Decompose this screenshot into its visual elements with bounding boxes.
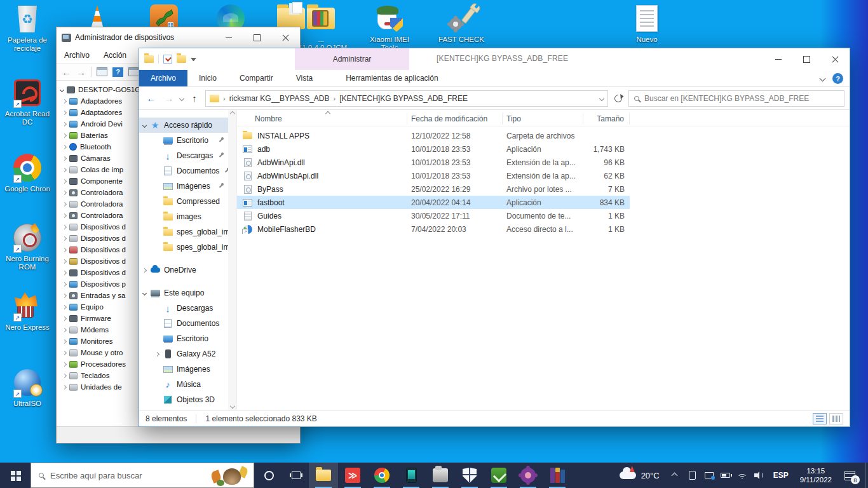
column-header-fecha[interactable]: Fecha de modificación <box>407 113 503 125</box>
search-highlight-image[interactable] <box>212 466 247 486</box>
expander-icon[interactable] <box>142 290 147 295</box>
expander-icon[interactable] <box>62 224 67 229</box>
taskbar-idm[interactable] <box>484 463 513 488</box>
expander-icon[interactable] <box>62 236 67 240</box>
tab-vista[interactable]: Vista <box>285 70 324 86</box>
taskbar-explorer[interactable] <box>309 463 338 488</box>
minimize-button[interactable] <box>214 27 243 48</box>
sidebar-scrollbar[interactable] <box>228 110 236 410</box>
taskbar-search[interactable]: Escribe aquí para buscar <box>31 463 254 488</box>
expander-icon[interactable] <box>62 304 67 309</box>
sidebar-item[interactable]: Escritorio <box>139 331 228 346</box>
task-view-button[interactable] <box>283 471 309 479</box>
sidebar-item[interactable]: Imágenes <box>139 179 228 194</box>
expander-icon[interactable] <box>62 133 67 137</box>
device-manager-titlebar[interactable]: Administrador de dispositivos <box>57 27 300 48</box>
tab-archivo[interactable]: Archivo <box>139 70 187 86</box>
refresh-icon[interactable] <box>613 93 624 104</box>
menu-archivo[interactable]: Archivo <box>64 51 90 60</box>
explorer-titlebar[interactable]: Administrar [KENTECH]KG BYPASS_ADB_FREE <box>139 48 850 70</box>
breadcrumb-item[interactable]: ricksmar KG__BYPASS_ADB <box>229 94 330 103</box>
sidebar-item[interactable]: Acceso rápido <box>139 118 228 133</box>
forward-icon[interactable]: → <box>76 67 86 78</box>
language-indicator[interactable]: ESP <box>767 471 795 480</box>
icons-view-button[interactable] <box>829 413 843 424</box>
desktop-icon-acrobat[interactable]: Acrobat Read DC <box>0 78 55 126</box>
sidebar-item[interactable]: Objetos 3D <box>139 392 228 407</box>
maximize-button[interactable] <box>792 48 821 70</box>
address-bar[interactable]: ricksmar KG__BYPASS_ADB [KENTECH]KG BYPA… <box>205 90 608 107</box>
expander-icon[interactable] <box>142 268 147 272</box>
expander-icon[interactable] <box>62 259 67 263</box>
start-button[interactable] <box>0 463 31 488</box>
expander-icon[interactable] <box>62 316 67 320</box>
sidebar-item[interactable]: spes_global_ima <box>139 224 228 240</box>
sidebar-item[interactable]: images <box>139 209 228 224</box>
help-icon[interactable] <box>832 73 843 84</box>
customize-qat-icon[interactable] <box>191 58 196 64</box>
expander-icon[interactable] <box>62 350 67 355</box>
desktop-icon-rom-package[interactable]: ... V11.0.4.0.QJCM... <box>294 3 348 52</box>
expand-ribbon-icon[interactable] <box>820 76 826 82</box>
sidebar-item[interactable]: spes_global_ima <box>139 240 228 255</box>
taskbar-phone-tool[interactable] <box>397 463 426 488</box>
tab-herramientas[interactable]: Herramientas de aplicación <box>334 70 449 86</box>
action-pane-icon[interactable] <box>128 67 139 76</box>
sidebar-item[interactable]: Este equipo <box>139 285 228 301</box>
taskbar-settings-tool[interactable] <box>513 463 543 488</box>
sidebar-item[interactable]: Descargas <box>139 148 228 163</box>
sidebar-item[interactable]: OneDrive <box>139 262 228 278</box>
expander-icon[interactable] <box>60 87 64 92</box>
desktop-icon-ultraiso[interactable]: UltraISO <box>0 367 55 408</box>
taskbar-red-app[interactable] <box>338 463 367 488</box>
expander-icon[interactable] <box>62 281 67 286</box>
expander-icon[interactable] <box>62 201 67 206</box>
expander-icon[interactable] <box>155 351 159 356</box>
menu-accion[interactable]: Acción <box>104 51 126 60</box>
expander-icon[interactable] <box>62 110 67 114</box>
column-header-tamano[interactable]: Tamaño <box>583 113 630 125</box>
taskbar-defender[interactable] <box>455 463 484 488</box>
tab-inicio[interactable]: Inicio <box>187 70 228 86</box>
recent-locations-icon[interactable] <box>179 95 184 100</box>
expander-icon[interactable] <box>62 179 67 183</box>
desktop-icon-nero-express[interactable]: Nero Express <box>0 291 55 332</box>
tray-rotation-lock[interactable] <box>684 463 701 488</box>
scroll-down-icon[interactable] <box>229 403 234 409</box>
expander-icon[interactable] <box>142 123 147 127</box>
sidebar-item[interactable]: Compressed <box>139 194 228 209</box>
sidebar-item[interactable]: Documentos <box>139 316 228 331</box>
file-row[interactable]: AdbWinUsbApi.dll 10/01/2018 23:53 Extens… <box>237 169 630 182</box>
taskbar-winrar[interactable] <box>543 463 572 488</box>
column-header-tipo[interactable]: Tipo <box>503 113 583 125</box>
expander-icon[interactable] <box>62 373 67 377</box>
help-icon[interactable]: ? <box>112 67 123 77</box>
forward-button[interactable] <box>162 93 176 104</box>
details-view-button[interactable] <box>813 413 827 424</box>
sidebar-item[interactable]: Documentos <box>139 163 228 179</box>
expander-icon[interactable] <box>62 98 67 103</box>
new-folder-icon[interactable] <box>177 55 186 63</box>
back-button[interactable] <box>144 93 158 104</box>
up-button[interactable] <box>187 93 201 104</box>
sidebar-item[interactable]: Descargas <box>139 301 228 316</box>
desktop-icon-chrome[interactable]: Google Chron <box>0 152 55 193</box>
taskbar-clock[interactable]: 13:15 9/11/2022 <box>795 466 837 484</box>
maximize-button[interactable] <box>243 27 271 48</box>
file-row[interactable]: INSTALL APPS 12/10/2022 12:58 Carpeta de… <box>237 129 630 142</box>
expander-icon[interactable] <box>62 190 67 194</box>
expander-icon[interactable] <box>62 293 67 297</box>
desktop-icon-recycle-bin[interactable]: Papelera de reciclaje <box>0 4 55 53</box>
scroll-up-icon[interactable] <box>229 111 234 116</box>
tray-battery[interactable] <box>717 463 734 488</box>
search-box[interactable]: Buscar en [KENTECH]KG BYPASS_ADB_FREE <box>628 90 844 107</box>
show-desktop-button[interactable] <box>865 463 868 488</box>
file-row[interactable]: AdbWinApi.dll 10/01/2018 23:53 Extensión… <box>237 156 630 169</box>
column-header-nombre[interactable]: Nombre <box>237 113 407 125</box>
sidebar-item[interactable]: Galaxy A52 <box>139 346 228 362</box>
taskbar-chrome[interactable] <box>367 463 397 488</box>
file-row[interactable]: MobileFlasherBD 7/04/2022 20:03 Acceso d… <box>237 222 630 236</box>
expander-icon[interactable] <box>62 384 67 389</box>
expander-icon[interactable] <box>62 270 67 274</box>
desktop-icon-nuevo[interactable]: Nuevo <box>620 3 674 44</box>
